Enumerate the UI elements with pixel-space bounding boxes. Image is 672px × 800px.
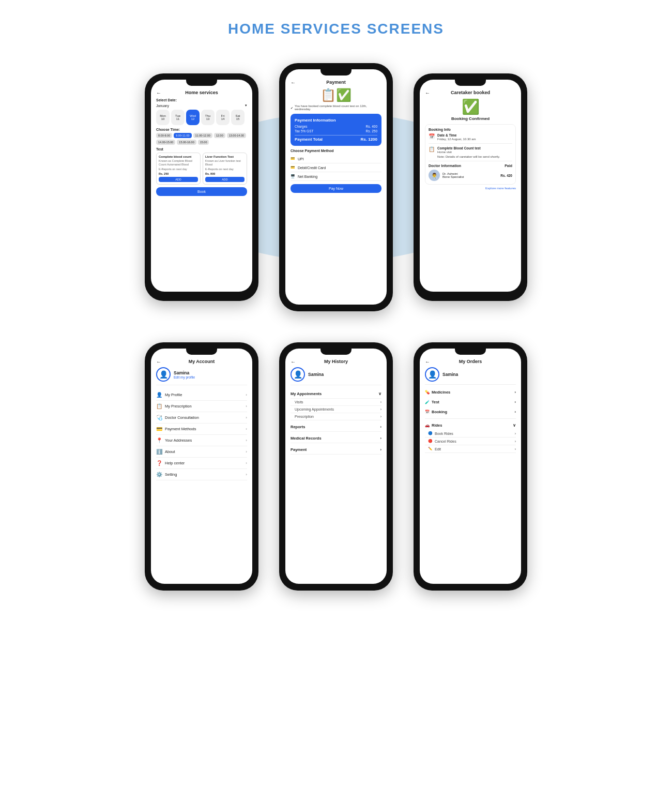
notch-4 <box>186 349 217 355</box>
history-back-icon[interactable]: ← <box>291 359 296 365</box>
pay-now-button[interactable]: Pay Now <box>291 184 381 193</box>
sub-cancel-rides[interactable]: 🔴Cancel Rides › <box>425 437 516 445</box>
header-payment: ← Payment <box>291 80 381 85</box>
menu-payment-methods[interactable]: 💳Payment Methods › <box>156 424 247 435</box>
menu-my-prescription[interactable]: 📋My Prescription › <box>156 401 247 412</box>
menu-profile-label: My Profile <box>165 393 182 397</box>
cancel-rides-chevron: › <box>515 440 516 443</box>
medical-records-header[interactable]: Medical Records › <box>291 434 381 443</box>
reports-header[interactable]: Reports › <box>291 422 381 432</box>
booking-icon: 📅 <box>425 410 430 414</box>
edit-chevron: › <box>515 447 516 451</box>
reports-label: Reports <box>291 425 305 429</box>
payment-icon: 📋✅ <box>291 88 381 102</box>
booking-info-label: Booking Info <box>429 128 512 131</box>
menu-help-center[interactable]: ❓Help center › <box>156 458 247 469</box>
sub-book-rides[interactable]: 🔵Book Rides › <box>425 430 516 437</box>
booking-chevron: › <box>515 410 516 414</box>
time-11-12[interactable]: 11.00-12.00 <box>193 133 212 138</box>
datetime-title: Date & Time <box>437 133 476 137</box>
time-8-9[interactable]: 8.00-9.00 <box>156 133 172 138</box>
book-button[interactable]: Book <box>156 187 247 196</box>
screen-caretaker: ← Caretaker booked ✅ Booking Confirmed B… <box>420 86 521 194</box>
menu-addresses[interactable]: 📍Your Addresses › <box>156 435 247 446</box>
phone-my-account: ← My Account 👤 Samina Edit my profile 👤M… <box>145 342 258 591</box>
calendar-icon: 📅 <box>429 133 435 139</box>
sub-prescription[interactable]: Prescription › <box>291 413 381 420</box>
test-lft-add-button[interactable]: ADD <box>205 177 245 182</box>
menu-my-profile[interactable]: 👤My Profile › <box>156 389 247 401</box>
upcoming-label: Upcoming Appointments <box>295 407 334 411</box>
test-header[interactable]: 🧪Test › <box>425 398 516 406</box>
tax-label: Tax 5% GST <box>295 129 313 133</box>
header-account: ← My Account <box>156 359 247 364</box>
time-15[interactable]: 15.00 <box>198 140 209 145</box>
month-chevron[interactable]: ▾ <box>245 103 247 108</box>
netbanking-icon: 🖥️ <box>291 174 295 178</box>
sub-edit[interactable]: ✏️Edit › <box>425 445 516 453</box>
time-15-16[interactable]: 15.00-16.00 <box>177 140 196 145</box>
orders-avatar: 👤 <box>425 367 439 382</box>
test-cbc-desc: Known as Complete Blood Count Automated … <box>159 159 198 167</box>
time-12[interactable]: 12.00 <box>214 133 225 138</box>
consultation-icon: 🩺 <box>156 415 162 420</box>
time-13-14[interactable]: 13.00-14.00 <box>227 133 246 138</box>
datetime-row: 📅 Date & Time Friday, 12 August, 10.30 a… <box>429 133 512 144</box>
explore-link[interactable]: Explore more features <box>425 187 516 190</box>
card-label: Debit/Credit Card <box>298 166 326 170</box>
tax-row: Tax 5% GST Rs. 250 <box>295 129 377 133</box>
test-lft-desc: Known as Liver function test Blood <box>205 159 245 167</box>
help-chevron: › <box>246 461 247 465</box>
time-9-11[interactable]: 9.00-11.00 <box>174 133 191 138</box>
history-avatar: 👤 <box>291 367 305 382</box>
payment-title: Payment <box>326 80 346 85</box>
day-tue[interactable]: Tue11 <box>171 110 185 125</box>
time-14-15[interactable]: 14.00-15.00 <box>156 140 175 145</box>
menu-about[interactable]: ℹ️About › <box>156 446 247 458</box>
edit-label: Edit <box>435 447 441 451</box>
appointments-label: My Appoinments <box>291 391 322 396</box>
charges-row: Charges Rs. 400 <box>295 125 377 128</box>
payment-back-icon[interactable]: ← <box>291 80 296 85</box>
back-icon[interactable]: ← <box>156 90 161 96</box>
edit-profile-link[interactable]: Edit my profile <box>174 375 195 379</box>
section-rides: 🚗Rides ∨ 🔵Book Rides › 🔴Cancel Rides › ✏… <box>425 421 516 453</box>
doctor-header: Doctor Information Paid <box>429 164 512 168</box>
day-fri[interactable]: Fri14 <box>216 110 230 125</box>
rides-label: Rides <box>432 423 442 428</box>
check-icon: ✔ <box>291 106 293 110</box>
appointments-header[interactable]: My Appoinments ∨ <box>291 389 381 399</box>
screen-my-history: ← My History 👤 Samina My Appoinments ∨ V… <box>285 355 387 461</box>
payment-history-header[interactable]: Payment › <box>291 445 381 455</box>
history-username: Samina <box>308 372 324 377</box>
sub-visits[interactable]: Visits › <box>291 399 381 406</box>
menu-doctor-consultation[interactable]: 🩺Doctor Consultation › <box>156 412 247 424</box>
menu-setting[interactable]: ⚙️Setting › <box>156 469 247 480</box>
day-sat[interactable]: Sat15 <box>231 110 245 125</box>
booking-header[interactable]: 📅Booking › <box>425 407 516 416</box>
sub-upcoming[interactable]: Upcoming Appointments › <box>291 406 381 413</box>
medicines-header[interactable]: 💊Medicines › <box>425 388 516 397</box>
day-thu[interactable]: Thu13 <box>201 110 215 125</box>
address-icon: 📍 <box>156 437 162 443</box>
menu-payment-label: Payment Methods <box>165 427 196 431</box>
rides-icon: 🚗 <box>425 423 430 428</box>
day-mon[interactable]: Mon10 <box>156 110 170 125</box>
phone-my-orders: ← My Orders 👤 Samina 💊Medicines › 🧪Test <box>414 342 527 591</box>
setting-chevron: › <box>246 472 247 477</box>
caretaker-back-icon[interactable]: ← <box>425 90 430 96</box>
orders-back-icon[interactable]: ← <box>425 359 430 365</box>
account-back-icon[interactable]: ← <box>156 359 161 365</box>
test-icon: 📋 <box>429 146 435 152</box>
notch-5 <box>320 349 352 355</box>
method-netbanking[interactable]: 🖥️ Net Banking <box>291 172 381 181</box>
day-wed[interactable]: Wed12 <box>186 110 200 125</box>
page-title: HOME SERVICES SCREENS <box>228 21 444 37</box>
payment-history-chevron: › <box>380 447 382 452</box>
test-cbc-add-button[interactable]: ADD <box>159 177 198 182</box>
method-upi[interactable]: 💳 UPI <box>291 155 381 163</box>
method-card[interactable]: 💳 Debit/Credit Card <box>291 163 381 172</box>
test-lft-note: E-Reports on next day <box>205 168 245 171</box>
rides-header[interactable]: 🚗Rides ∨ <box>425 421 516 430</box>
notch-6 <box>455 349 486 355</box>
